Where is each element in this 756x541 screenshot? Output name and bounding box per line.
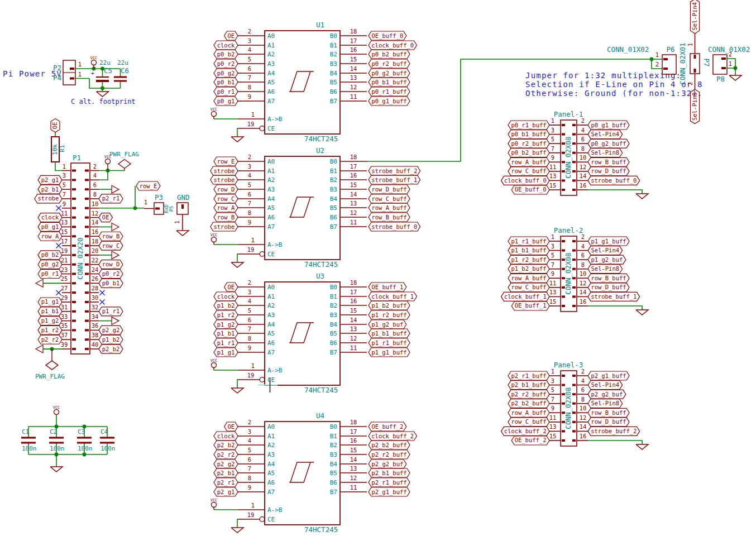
net-label[interactable]: p1_g2 (214, 320, 238, 329)
net-label[interactable]: p0_r1 (38, 270, 62, 279)
net-label[interactable]: p0_b1 (99, 279, 123, 288)
net-label[interactable]: p0_g2 (214, 69, 238, 78)
net-label[interactable]: strobe_buff_2 (369, 166, 420, 175)
net-label[interactable]: p1_g2_buf (588, 255, 626, 264)
unlabeled-net-arrow[interactable] (112, 223, 119, 231)
net-label[interactable]: p1_g1 (38, 298, 62, 307)
net-label[interactable]: row_D_buff (588, 418, 629, 427)
net-label[interactable]: p1_g1 (214, 348, 238, 357)
net-label[interactable]: clock_buff_2 (501, 427, 549, 435)
net-label[interactable]: p2_b2 (99, 344, 123, 353)
net-label[interactable]: p2_r1_buff (369, 478, 410, 487)
vcc-symbol[interactable]: VCC (210, 233, 218, 245)
wire[interactable] (588, 190, 642, 194)
net-label[interactable]: clock (214, 292, 238, 301)
net-label[interactable]: Sel-Pin8 (588, 265, 623, 274)
pwr-flag-symbol[interactable] (46, 361, 58, 370)
unlabeled-net-arrow[interactable] (36, 345, 43, 353)
net-label[interactable]: row_C_buff (508, 418, 549, 427)
gnd-symbol[interactable] (231, 262, 243, 267)
wire[interactable] (237, 380, 238, 388)
net-label[interactable]: p2_r1 (99, 194, 123, 203)
net-label[interactable]: p1_b2 (214, 301, 238, 310)
unlabeled-net-arrow[interactable] (112, 251, 119, 259)
vcc-symbol[interactable]: VCC (90, 56, 98, 69)
net-label[interactable]: strobe (210, 175, 238, 184)
gnd-symbol[interactable] (636, 194, 648, 199)
net-label[interactable]: p2_g1 (214, 487, 238, 496)
gnd-symbol[interactable] (97, 92, 109, 97)
vcc-symbol[interactable]: VCC (53, 405, 60, 415)
net-label[interactable]: strobe_buff_2 (588, 427, 640, 435)
net-label[interactable]: p1_r1 (214, 338, 238, 347)
unlabeled-net-arrow[interactable] (36, 279, 43, 287)
net-label[interactable]: clock (38, 213, 62, 222)
net-label[interactable]: OE (224, 422, 238, 431)
net-label[interactable]: p2_r2 (38, 335, 62, 344)
net-label[interactable]: p0_b1 (214, 78, 238, 87)
gnd-symbol[interactable] (231, 388, 243, 393)
net-label[interactable]: p1_r1_buff (508, 237, 549, 246)
wire[interactable] (588, 441, 642, 444)
net-label[interactable]: OE_buff_0 (511, 185, 549, 194)
net-label[interactable]: row_D (214, 185, 238, 194)
unlabeled-net-arrow[interactable] (112, 317, 119, 325)
net-label[interactable]: p0_g1_buff (369, 97, 410, 106)
net-label[interactable]: p0_r2_buff (508, 139, 549, 148)
vcc-symbol[interactable]: VCC (210, 498, 218, 510)
net-label[interactable]: p1_r2 (214, 310, 238, 319)
net-label[interactable]: row_E (136, 181, 160, 190)
net-label[interactable]: p2_r1 (214, 478, 238, 487)
net-label[interactable]: OE_buff_0 (369, 31, 406, 40)
net-label[interactable]: Sel-Pin4 (588, 130, 623, 139)
net-label[interactable]: p1_g1_buff (369, 348, 410, 357)
connector-panel-2[interactable]: Panel-2CONN_02X0812p1_r1_buffp1_g1_buff3… (501, 226, 648, 315)
net-label[interactable]: p0_r1 (214, 87, 238, 96)
net-label[interactable]: p1_b2_buff (508, 265, 549, 274)
net-label[interactable]: OE (51, 119, 60, 132)
net-label[interactable]: row_B (214, 213, 238, 222)
net-label[interactable]: p2_b1_buff (508, 381, 549, 390)
net-label[interactable]: p0_r1_buff (508, 121, 549, 130)
net-label[interactable]: strobe_buff_1 (588, 292, 640, 301)
net-label[interactable]: OE_buff_1 (511, 301, 549, 310)
ic-u1[interactable]: U174HCT245218A0B0OEOE_buff_0317A1B1clock… (210, 21, 417, 143)
wire[interactable] (237, 128, 238, 137)
net-label[interactable]: p2_g2 (99, 325, 123, 334)
gnd-symbol[interactable] (231, 137, 243, 142)
net-label[interactable]: row_A (38, 232, 62, 241)
net-label[interactable]: p0_r2 (214, 59, 238, 68)
net-label[interactable]: p0_b1_buff (508, 130, 549, 139)
net-label[interactable]: strobe_buff_0 (588, 176, 640, 185)
decoupling-caps[interactable]: VCCC1100nC2100nC3100nC4100n (21, 405, 116, 472)
net-label[interactable]: p0_g2 (38, 260, 62, 269)
net-label[interactable]: Sel-Pin8 (588, 399, 623, 408)
vcc-symbol[interactable]: VCC (210, 107, 218, 119)
net-label[interactable]: OE_buff_2 (369, 422, 406, 431)
net-label[interactable]: p1_b1_buff (369, 329, 410, 338)
net-label[interactable]: p2_b1_buff (369, 468, 410, 477)
net-label[interactable]: Sel-Pin4 (691, 0, 700, 33)
power-input-section[interactable]: Pi Power 5VP2P411VCC+22uC522uC6C alt. fo… (3, 56, 136, 106)
net-label[interactable]: p2_b1 (214, 468, 238, 477)
net-label[interactable]: strobe (210, 166, 238, 175)
net-label[interactable]: strobe_buff_0 (369, 222, 420, 231)
net-label[interactable]: row_C_buff (369, 194, 410, 203)
net-label[interactable]: row_B_buff (588, 408, 629, 417)
net-label[interactable]: p0_g2_buff (369, 69, 410, 78)
net-label[interactable]: p0_r2 (99, 270, 123, 279)
net-label[interactable]: Sel-Pin8 (588, 149, 623, 157)
net-label[interactable]: p1_b1 (214, 329, 238, 338)
net-label[interactable]: p1_b2 (99, 335, 123, 344)
net-label[interactable]: p2_b2 (214, 441, 238, 449)
gnd-symbol[interactable] (636, 444, 648, 449)
net-label[interactable]: p2_b2_buff (508, 399, 549, 408)
net-label[interactable]: clock (214, 41, 238, 50)
pwr-flag-symbol[interactable] (118, 160, 131, 169)
net-label[interactable]: p2_g2_buf (588, 390, 626, 399)
net-label[interactable]: p2_g2_buf (369, 459, 406, 468)
net-label[interactable]: row_A_buff (508, 274, 549, 283)
net-label[interactable]: p1_b1 (38, 307, 62, 316)
ic-u3[interactable]: U374HCT245218A0B0OEOE_buff_1317A1B1clock… (210, 272, 417, 394)
connector-p1[interactable]: P1CONN_02X201234p2_g156p2_b178strobep2_r… (35, 151, 160, 380)
